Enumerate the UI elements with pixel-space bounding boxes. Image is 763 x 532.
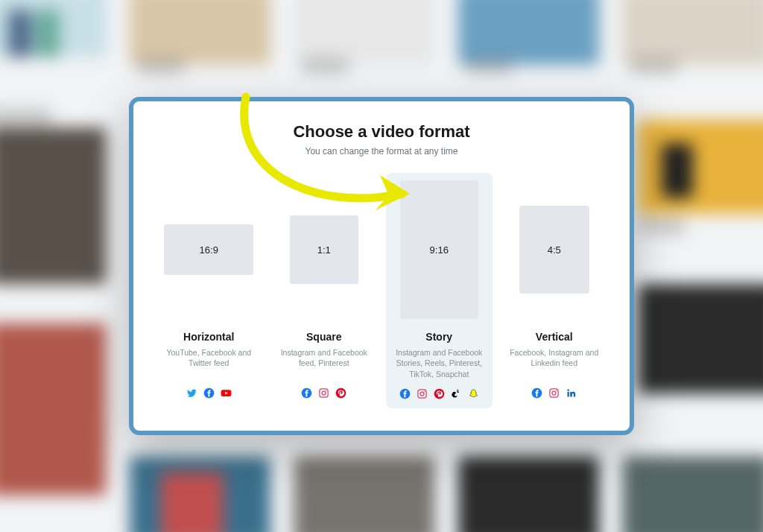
option-desc: Instagram and Facebook feed, Pinterest xyxy=(276,347,373,379)
format-option-horizontal[interactable]: 16:9 Horizontal YouTube, Facebook and Tw… xyxy=(156,173,262,408)
tiktok-icon xyxy=(451,388,462,399)
option-desc: YouTube, Facebook and Twitter feed xyxy=(160,347,258,379)
aspect-preview-1-1: 1:1 xyxy=(290,215,358,284)
modal-subtitle: You can change the format at any time xyxy=(156,146,607,156)
aspect-ratio-label: 9:16 xyxy=(430,244,449,256)
format-option-vertical[interactable]: 4:5 Vertical Facebook, Instagram and Lin… xyxy=(501,173,608,408)
format-option-square[interactable]: 1:1 Square Instagram and Facebook feed, … xyxy=(271,173,378,408)
pinterest-icon xyxy=(335,387,346,399)
youtube-icon xyxy=(221,387,232,399)
aspect-ratio-label: 16:9 xyxy=(200,244,218,256)
svg-point-15 xyxy=(556,390,557,392)
aspect-ratio-label: 4:5 xyxy=(548,244,561,256)
option-icons xyxy=(390,388,488,399)
option-icons xyxy=(506,387,604,399)
option-title: Story xyxy=(390,331,488,343)
facebook-icon xyxy=(531,387,542,399)
instagram-icon xyxy=(548,387,560,399)
option-title: Horizontal xyxy=(160,331,258,343)
instagram-icon xyxy=(417,388,428,399)
format-options: 16:9 Horizontal YouTube, Facebook and Tw… xyxy=(156,173,607,408)
twitter-icon xyxy=(186,387,197,399)
modal-overlay: Choose a video format You can change the… xyxy=(0,0,763,532)
aspect-preview-16-9: 16:9 xyxy=(164,224,253,275)
facebook-icon xyxy=(399,388,411,399)
format-option-story[interactable]: 9:16 Story Instagram and Facebook Storie… xyxy=(386,173,493,408)
snapchat-icon xyxy=(468,388,479,399)
svg-point-5 xyxy=(326,390,327,392)
aspect-preview-4-5: 4:5 xyxy=(519,206,589,294)
pinterest-icon xyxy=(434,388,445,399)
svg-point-4 xyxy=(322,391,326,395)
svg-rect-3 xyxy=(320,389,328,397)
facebook-icon xyxy=(203,387,215,399)
svg-rect-13 xyxy=(550,389,558,397)
linkedin-icon xyxy=(566,387,577,399)
svg-point-14 xyxy=(552,391,556,395)
option-title: Square xyxy=(276,331,373,343)
instagram-icon xyxy=(318,387,329,399)
aspect-preview-9-16: 9:16 xyxy=(400,180,478,319)
svg-point-9 xyxy=(420,392,424,396)
facebook-icon xyxy=(301,387,312,399)
option-icons xyxy=(276,387,373,399)
svg-rect-8 xyxy=(418,390,426,398)
svg-point-10 xyxy=(424,390,425,392)
modal-title: Choose a video format xyxy=(156,122,607,142)
option-desc: Instagram and Facebook Stories, Reels, P… xyxy=(390,347,488,379)
aspect-ratio-label: 1:1 xyxy=(317,244,331,256)
option-desc: Facebook, Instagram and Linkedin feed xyxy=(506,347,604,379)
option-title: Vertical xyxy=(506,331,604,343)
choose-format-modal: Choose a video format You can change the… xyxy=(129,97,634,435)
option-icons xyxy=(160,387,258,399)
